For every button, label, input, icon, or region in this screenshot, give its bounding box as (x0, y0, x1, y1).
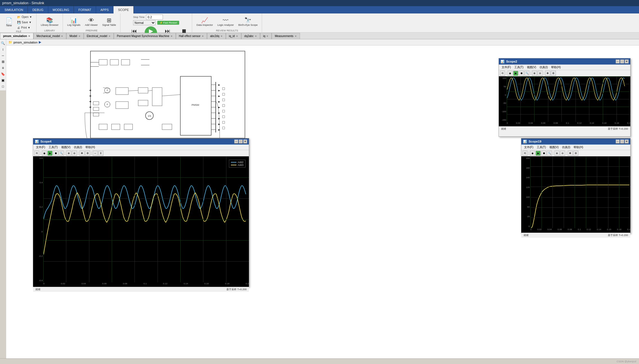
scope19-minimize[interactable]: ─ (616, 139, 620, 143)
library-browser-button[interactable]: 📚 Library Browser (39, 15, 60, 29)
doc-tab-pmsm-machine[interactable]: Permanent Magnet Synchronous Machine ✕ (114, 33, 176, 39)
scope19-tool-zoomout[interactable]: ⊖ (560, 151, 565, 156)
close-tab-6[interactable]: ✕ (220, 35, 223, 38)
birds-eye-scope-button[interactable]: 🔭 Bird's-Eye Scope (237, 15, 260, 29)
scope2-tool-zoom[interactable]: 🔍 (524, 71, 529, 76)
tab-modeling[interactable]: MODELING (48, 6, 74, 13)
close-tab-3[interactable]: ✕ (108, 35, 111, 38)
tab-format[interactable]: FORMAT (74, 6, 96, 13)
tab-apps[interactable]: APPS (96, 6, 113, 13)
scope4-tool-zoom[interactable]: 🔍 (59, 151, 64, 156)
scope2-tool-run[interactable]: ▶ (513, 71, 518, 76)
scope2-tool-zoomout[interactable]: ⊖ (538, 71, 543, 76)
signal-table-button[interactable]: ⊞ Signal Table (100, 15, 118, 29)
breadcrumb-item[interactable]: 📁 pmsm_simulation ▶ (8, 40, 41, 44)
scope4-tool-zoomin[interactable]: ⊕ (66, 151, 71, 156)
scope2-menu-help[interactable]: 帮助(H) (549, 65, 562, 69)
scope2-tool-zoomin[interactable]: ⊕ (532, 71, 537, 76)
scope19-tool-settings[interactable]: ⚙ (573, 151, 578, 156)
scope2-menu-sim[interactable]: 仿真(I) (538, 65, 549, 69)
close-tab-4[interactable]: ✕ (170, 35, 173, 38)
close-tab-1[interactable]: ✕ (61, 35, 63, 38)
scope19-tool-2[interactable]: ◉ (530, 151, 535, 156)
sidebar-block1[interactable]: ▣ (0, 77, 6, 83)
scope2-minimize[interactable]: ─ (616, 59, 620, 63)
close-tab-9[interactable]: ✕ (266, 35, 269, 38)
scope4-tool-settings[interactable]: ⚙ (85, 151, 90, 156)
simulation-mode-select[interactable]: Normal Accelerator Rapid Accelerator (133, 20, 156, 25)
tab-debug[interactable]: DEBUG (28, 6, 48, 13)
scope19-menu-sim[interactable]: 仿真(I) (560, 145, 572, 149)
doc-tab-pmsm[interactable]: pmsm_simulation ✕ (0, 33, 33, 39)
sidebar-menu[interactable]: ≡ (0, 65, 6, 71)
tab-scope[interactable]: SCOPE (113, 6, 134, 13)
scope2-close[interactable]: ✕ (625, 59, 629, 63)
fast-restart-button[interactable]: ⚡ Fast Restart (157, 21, 179, 25)
data-inspector-button[interactable]: 📈 Data Inspector (194, 15, 215, 29)
scope19-tool-run[interactable]: ▶ (536, 151, 541, 156)
scope2-menu-tools[interactable]: 工具(T) (513, 65, 525, 69)
doc-tab-abc2dq[interactable]: abc2dq ✕ (207, 33, 226, 39)
doc-tab-iq-id[interactable]: iq_id ✕ (226, 33, 241, 39)
doc-tab-hall[interactable]: Hall effect sensor ✕ (176, 33, 207, 39)
scope4-maximize[interactable]: □ (239, 139, 243, 143)
doc-tab-dq2abc[interactable]: dq2abc ✕ (241, 33, 260, 39)
close-tab-7[interactable]: ✕ (236, 35, 238, 38)
scope2-tool-stop[interactable]: ⏹ (519, 71, 524, 76)
sidebar-zoom-h[interactable]: ↔ (0, 53, 6, 58)
scope2-maximize[interactable]: □ (620, 59, 624, 63)
stop-time-input[interactable] (146, 15, 163, 20)
sidebar-zoom-in[interactable]: 🔍 (0, 40, 6, 46)
sidebar-bookmark[interactable]: 🔖 (0, 71, 6, 77)
log-signals-button[interactable]: 📊 Log Signals (65, 15, 82, 29)
logic-analyzer-button[interactable]: 〰 Logic Analyzer (215, 15, 236, 29)
close-tab-2[interactable]: ✕ (78, 35, 81, 38)
scope2-tool-2[interactable]: ◉ (508, 71, 513, 76)
close-tab-10[interactable]: ✕ (295, 35, 297, 38)
add-viewer-button[interactable]: 👁 Add Viewer (83, 15, 100, 29)
new-button[interactable]: 📄 New (3, 15, 15, 30)
sidebar-block2[interactable]: □ (0, 84, 6, 89)
doc-tab-electrical[interactable]: Electrical_model ✕ (84, 33, 114, 39)
scope4-close[interactable]: ✕ (243, 139, 247, 143)
scope2-tool-settings[interactable]: ⚙ (551, 71, 556, 76)
scope4-minimize[interactable]: ─ (234, 139, 238, 143)
scope19-tool-zoom[interactable]: 🔍 (547, 151, 552, 156)
scope4-tool-extra1[interactable]: ↔ (93, 151, 98, 156)
scope2-tool-1[interactable]: ⟲ (500, 71, 505, 76)
doc-tab-iq[interactable]: iq ✕ (260, 33, 272, 39)
scope4-tool-2[interactable]: ◉ (42, 151, 47, 156)
scope2-tool-pan[interactable]: ✥ (545, 71, 550, 76)
scope4-tool-1[interactable]: ⟲ (34, 151, 39, 156)
scope19-tool-stop[interactable]: ⏹ (541, 151, 546, 156)
scope19-tool-1[interactable]: ⟲ (522, 151, 527, 156)
tab-simulation[interactable]: SIMULATION (0, 6, 28, 13)
scope4-tool-extra2[interactable]: ⇕ (98, 151, 103, 156)
doc-tab-measurements[interactable]: Measurements ✕ (272, 33, 300, 39)
scope2-menu-file[interactable]: 文件(F) (500, 65, 513, 69)
close-tab-8[interactable]: ✕ (255, 35, 257, 38)
sidebar-grid[interactable]: ⊞ (0, 59, 6, 65)
close-tab-5[interactable]: ✕ (202, 35, 204, 38)
scope19-tool-pan[interactable]: ✥ (568, 151, 573, 156)
scope4-tool-stop[interactable]: ⏹ (53, 151, 58, 156)
scope4-tool-run[interactable]: ▶ (47, 151, 53, 156)
close-tab-0[interactable]: ✕ (28, 35, 30, 38)
open-button[interactable]: 📂 Open ▼ (15, 15, 34, 19)
save-button[interactable]: 💾 Save ▼ (15, 20, 34, 25)
scope4-tool-zoomout[interactable]: ⊖ (72, 151, 77, 156)
scope19-close[interactable]: ✕ (625, 139, 629, 143)
scope19-menu-view[interactable]: 视图(V) (548, 145, 560, 149)
print-button[interactable]: 🖨 Print ▼ (15, 25, 34, 30)
sidebar-zoom-v[interactable]: ↕ (0, 47, 6, 52)
scope2-menu-view[interactable]: 视图(V) (525, 65, 538, 69)
scope19-menu-file[interactable]: 文件(F) (522, 145, 535, 149)
scope19-tool-zoomin[interactable]: ⊕ (554, 151, 560, 156)
scope4-tool-pan[interactable]: ✥ (79, 151, 85, 156)
scope19-menu-tools[interactable]: 工具(T) (535, 145, 548, 149)
doc-tab-model[interactable]: Model ✕ (66, 33, 83, 39)
scope4-menu-sim[interactable]: 仿真(I) (72, 145, 84, 149)
scope19-maximize[interactable]: □ (620, 139, 624, 143)
scope4-menu-view[interactable]: 视图(V) (60, 145, 72, 149)
scope4-menu-file[interactable]: 文件(F) (34, 145, 47, 149)
